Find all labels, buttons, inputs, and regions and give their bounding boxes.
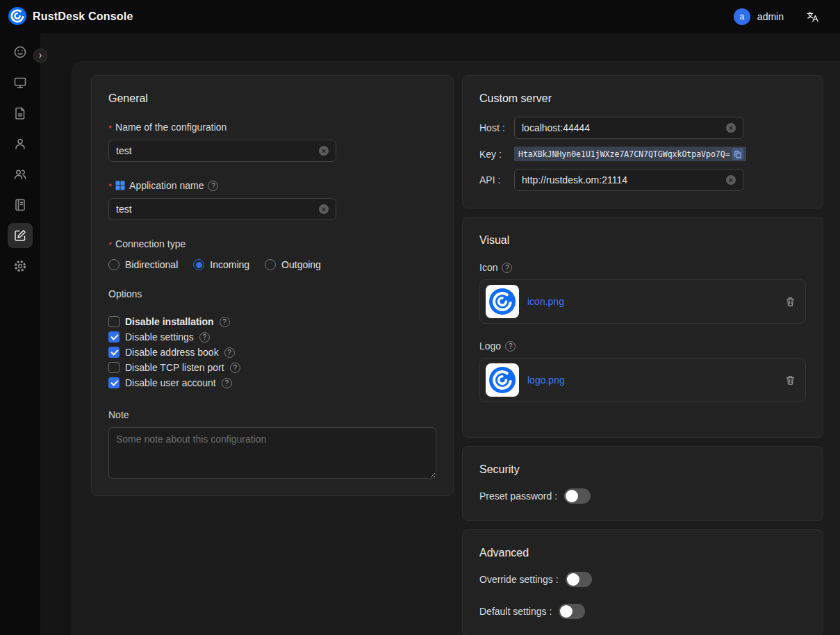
clear-icon[interactable]	[726, 175, 736, 185]
user-icon	[13, 137, 27, 151]
radio-label: Incoming	[210, 259, 249, 270]
visual-card: Visual Icon	[462, 217, 823, 438]
radio-incoming[interactable]: Incoming	[193, 259, 249, 270]
default-settings-label: Default settings :	[479, 606, 552, 617]
help-icon[interactable]	[230, 363, 240, 373]
connection-type-label: * Connection type	[108, 238, 436, 249]
host-label: Host :	[479, 122, 514, 133]
key-value-box[interactable]: HtaXBkJNHyn0e1U1jWXze7A7CN7QTGWqxkOtpaVp…	[514, 147, 746, 161]
host-row: Host :	[479, 117, 806, 139]
checkbox-disable-user-account[interactable]: Disable user account	[108, 377, 436, 388]
note-textarea[interactable]	[108, 427, 436, 479]
header-brand: RustDesk Console	[8, 7, 133, 27]
api-row: API :	[479, 169, 806, 191]
checkbox[interactable]	[108, 347, 120, 358]
right-column: Custom server Host : Key : HtaXBkJNHyn	[462, 75, 823, 635]
visual-title: Visual	[479, 234, 806, 247]
gear-icon	[13, 259, 27, 273]
checkbox-label: Disable settings	[125, 331, 194, 343]
preset-password-label: Preset password :	[479, 490, 557, 502]
checkbox[interactable]	[108, 362, 120, 373]
required-asterisk: *	[108, 181, 112, 192]
help-icon[interactable]	[199, 332, 210, 343]
language-icon[interactable]	[806, 10, 819, 24]
logo-file-link[interactable]: logo.png	[527, 374, 777, 386]
help-icon[interactable]	[505, 341, 516, 352]
custom-server-title: Custom server	[479, 92, 806, 105]
header: RustDesk Console a admin	[0, 0, 840, 33]
delete-icon[interactable]	[785, 297, 796, 307]
checkbox-label: Disable TCP listen port	[125, 362, 224, 373]
edit-square-icon	[13, 229, 27, 242]
checkbox[interactable]	[108, 331, 120, 343]
sidebar-item-documents[interactable]	[8, 101, 33, 126]
app-title: RustDesk Console	[33, 10, 133, 23]
radio-button[interactable]	[193, 259, 204, 270]
help-icon[interactable]	[208, 181, 218, 191]
delete-icon[interactable]	[785, 375, 796, 386]
override-settings-toggle[interactable]	[566, 572, 592, 587]
key-row: Key : HtaXBkJNHyn0e1U1jWXze7A7CN7QTGWqxk…	[479, 147, 806, 161]
sidebar-item-devices[interactable]	[8, 70, 33, 95]
sidebar	[0, 33, 40, 635]
clear-icon[interactable]	[726, 123, 736, 133]
clear-icon[interactable]	[319, 146, 329, 156]
windows-icon	[115, 181, 125, 190]
checkbox-disable-tcp-listen-port[interactable]: Disable TCP listen port	[108, 362, 436, 373]
api-field	[514, 169, 743, 191]
sidebar-item-logs[interactable]	[8, 192, 33, 217]
icon-preview-image	[486, 285, 519, 318]
radio-button[interactable]	[108, 259, 120, 270]
sidebar-item-settings[interactable]	[8, 254, 33, 279]
preset-password-row: Preset password :	[479, 488, 806, 504]
key-value[interactable]: HtaXBkJNHyn0e1U1jWXze7A7CN7QTGWqxkOtpaVp…	[518, 149, 730, 159]
checkbox-label: Disable address book	[125, 347, 219, 358]
checkbox-disable-settings[interactable]: Disable settings	[108, 331, 436, 343]
help-icon[interactable]	[224, 347, 235, 358]
radio-button[interactable]	[265, 259, 276, 270]
radio-label: Outgoing	[281, 259, 321, 270]
clear-icon[interactable]	[319, 204, 329, 214]
checkbox[interactable]	[108, 316, 120, 327]
rustdesk-console-app: RustDesk Console a admin	[0, 0, 840, 635]
general-card: General * Name of the configuration *	[91, 75, 454, 496]
connection-type-group: Bidirectional Incoming Outgoing	[108, 259, 436, 270]
api-label: API :	[479, 174, 514, 185]
radio-outgoing[interactable]: Outgoing	[265, 259, 321, 270]
sidebar-item-groups[interactable]	[8, 162, 33, 187]
journal-icon	[13, 198, 27, 212]
sidebar-item-configurations[interactable]	[8, 223, 33, 248]
document-icon	[13, 106, 27, 120]
host-input[interactable]	[522, 122, 720, 133]
username[interactable]: admin	[757, 11, 784, 22]
default-settings-toggle[interactable]	[559, 604, 585, 619]
radio-bidirectional[interactable]: Bidirectional	[108, 259, 178, 270]
sidebar-item-users[interactable]	[8, 131, 33, 156]
options-label: Options	[108, 288, 436, 299]
api-input[interactable]	[522, 174, 720, 185]
sidebar-expand-button[interactable]	[33, 49, 47, 63]
help-icon[interactable]	[222, 378, 232, 388]
main-area: General * Name of the configuration *	[40, 33, 840, 635]
preset-password-toggle[interactable]	[564, 488, 591, 504]
logo-preview-image	[486, 363, 519, 397]
application-name-input[interactable]	[116, 204, 313, 215]
help-icon[interactable]	[502, 263, 512, 273]
icon-file-link[interactable]: icon.png	[527, 296, 777, 307]
copy-icon[interactable]	[732, 148, 743, 160]
override-settings-row: Override settings :	[479, 572, 806, 587]
checkbox[interactable]	[108, 377, 120, 388]
sidebar-item-dashboard[interactable]	[8, 40, 33, 65]
help-icon[interactable]	[220, 317, 230, 327]
required-asterisk: *	[108, 123, 112, 133]
checkbox-disable-installation[interactable]: Disable installation	[108, 316, 436, 327]
application-name-field	[108, 198, 336, 220]
application-name-label: * Application name	[108, 180, 436, 191]
rustdesk-logo-icon	[8, 7, 26, 27]
config-name-input[interactable]	[116, 145, 313, 156]
checkbox-label: Disable user account	[125, 377, 216, 388]
default-settings-row: Default settings :	[479, 604, 806, 619]
checkbox-disable-address-book[interactable]: Disable address book	[108, 347, 436, 358]
icon-file-box: icon.png	[479, 279, 806, 324]
user-avatar[interactable]: a	[734, 8, 750, 25]
